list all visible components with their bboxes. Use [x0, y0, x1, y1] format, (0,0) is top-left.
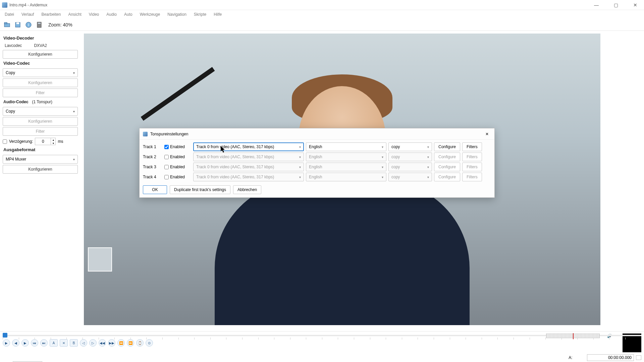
track-row: Track 2 EnabledTrack 0 from video (AAC, … — [143, 152, 491, 162]
track-codec-select[interactable]: copy▾ — [388, 153, 432, 161]
minimize-button[interactable]: ― — [590, 0, 603, 10]
dialog-cancel-button[interactable]: Abbrechen — [233, 185, 261, 194]
chevron-down-icon: ▾ — [382, 145, 383, 149]
track-label: Track 2 — [143, 155, 162, 159]
chevron-down-icon: ▾ — [73, 110, 75, 113]
menu-verlauf[interactable]: Verlauf — [18, 11, 37, 18]
save-icon[interactable] — [14, 21, 21, 28]
track-source-select[interactable]: Track 0 from video (AAC, Stereo, 317 kbp… — [193, 142, 304, 151]
dialog-ok-button[interactable]: OK — [143, 185, 167, 194]
track-configure-button[interactable]: Configure — [434, 142, 460, 151]
menu-navigation[interactable]: Navigation — [164, 11, 190, 18]
track-filters-button[interactable]: Filters — [462, 163, 482, 171]
track-configure-button[interactable]: Configure — [434, 153, 460, 161]
chevron-down-icon: ▾ — [382, 165, 383, 169]
section-video-codec: Video-Codec — [3, 61, 81, 66]
output-format-select[interactable]: MP4 Muxer▾ — [3, 155, 78, 164]
menu-skripte[interactable]: Skripte — [191, 11, 210, 18]
svg-text:i: i — [28, 22, 29, 27]
track-codec-select[interactable]: copy▾ — [388, 173, 432, 181]
track-row: Track 1 EnabledTrack 0 from video (AAC, … — [143, 142, 491, 152]
output-format-configure-button[interactable]: Konfigurieren — [3, 165, 78, 174]
delay-label: Verzögerung: — [9, 139, 33, 144]
track-source-select[interactable]: Track 0 from video (AAC, Stereo, 317 kbp… — [193, 163, 304, 171]
delay-checkbox[interactable] — [3, 139, 7, 144]
menu-auto[interactable]: Auto — [121, 11, 136, 18]
output-format-value: MP4 Muxer — [6, 157, 26, 162]
track-label: Track 1 — [143, 144, 162, 149]
zoom-label: Zoom: 40% — [48, 22, 72, 27]
maximize-button[interactable]: ▢ — [609, 0, 623, 10]
track-row: Track 4 EnabledTrack 0 from video (AAC, … — [143, 172, 491, 182]
left-sidebar: Video-Decoder Lavcodec DXVA2 Konfigurier… — [0, 31, 84, 331]
section-output-format: Ausgabeformat — [3, 147, 81, 152]
delay-unit: ms — [58, 139, 63, 144]
video-codec-select[interactable]: Copy▾ — [3, 68, 78, 77]
delay-value: 0 — [35, 138, 51, 145]
track-configure-button[interactable]: Configure — [434, 163, 460, 171]
mark-a-flag-icon[interactable] — [636, 355, 641, 360]
track-language-select[interactable]: English▾ — [306, 173, 386, 181]
video-codec-configure-button[interactable]: Konfigurieren — [3, 78, 78, 87]
close-button[interactable]: ✕ — [629, 0, 642, 10]
track-codec-select[interactable]: copy▾ — [388, 163, 432, 171]
open-icon[interactable] — [3, 21, 11, 28]
decoder-lav: Lavcodec — [5, 43, 22, 48]
menu-bearbeiten[interactable]: Bearbeiten — [38, 11, 64, 18]
transport-panel: ▶ ◀ ▶ ⏮ ⏭ A ✕ B ◁ ▷ ◀◀ ▶▶ ⏪ ⏩ ⌚ ⊙ 🔊 Zeit… — [0, 331, 644, 362]
menu-ansicht[interactable]: Ansicht — [65, 11, 85, 18]
chevron-down-icon: ▾ — [299, 175, 301, 179]
main-toolbar: i Zoom: 40% — [0, 19, 644, 31]
menu-hilfe[interactable]: Hilfe — [210, 11, 225, 18]
spinner-up-icon[interactable]: ▲ — [51, 138, 55, 141]
calculator-icon[interactable] — [36, 21, 43, 28]
track-source-select[interactable]: Track 0 from video (AAC, Stereo, 317 kbp… — [193, 173, 304, 181]
track-filters-button[interactable]: Filters — [462, 173, 482, 181]
track-language-select[interactable]: English▾ — [306, 153, 386, 161]
dialog-close-button[interactable]: ✕ — [483, 130, 491, 138]
vu-meter — [546, 334, 600, 338]
spinner-down-icon[interactable]: ▼ — [51, 141, 55, 145]
svg-rect-7 — [38, 23, 41, 24]
audio-codec-value: Copy — [6, 109, 15, 114]
menu-datei[interactable]: Datei — [1, 11, 17, 18]
timeline-playhead[interactable] — [3, 333, 7, 338]
track-enabled-checkbox[interactable] — [164, 175, 169, 179]
menu-werkzeuge[interactable]: Werkzeuge — [137, 11, 163, 18]
preview-mini — [623, 334, 641, 352]
video-codec-filter-button[interactable]: Filter — [3, 88, 78, 97]
track-enabled-checkbox[interactable] — [164, 165, 169, 169]
track-source-value: Track 0 from video (AAC, Stereo, 317 kbp… — [196, 175, 274, 179]
track-codec-value: copy — [391, 144, 400, 149]
audio-codec-filter-button[interactable]: Filter — [3, 127, 78, 136]
track-codec-value: copy — [391, 165, 400, 169]
track-language-select[interactable]: English▾ — [306, 163, 386, 171]
chevron-down-icon: ▾ — [299, 155, 301, 159]
section-audio-codec: Audio-Codec (1 Tonspur) — [3, 99, 81, 104]
video-codec-value: Copy — [6, 70, 15, 75]
info-icon[interactable]: i — [25, 21, 32, 28]
chevron-down-icon: ▾ — [427, 165, 429, 169]
audio-codec-configure-button[interactable]: Konfigurieren — [3, 117, 78, 126]
mark-a-label: A: — [569, 355, 585, 360]
track-source-value: Track 0 from video (AAC, Stereo, 317 kbp… — [196, 144, 274, 149]
menu-video[interactable]: Video — [86, 11, 102, 18]
track-language-select[interactable]: English▾ — [306, 142, 386, 151]
track-filters-button[interactable]: Filters — [462, 142, 482, 151]
track-language-value: English — [309, 155, 322, 159]
track-source-select[interactable]: Track 0 from video (AAC, Stereo, 317 kbp… — [193, 153, 304, 161]
chevron-down-icon: ▾ — [73, 158, 75, 161]
track-configure-button[interactable]: Configure — [434, 173, 460, 181]
track-enabled-checkbox[interactable] — [164, 145, 169, 149]
track-codec-select[interactable]: copy▾ — [388, 142, 432, 151]
decoder-configure-button[interactable]: Konfigurieren — [3, 50, 78, 59]
audio-codec-select[interactable]: Copy▾ — [3, 107, 78, 116]
chevron-down-icon: ▾ — [382, 155, 383, 159]
delay-spinner[interactable]: 0 ▲▼ — [35, 138, 56, 145]
menu-audio[interactable]: Audio — [103, 11, 120, 18]
track-language-value: English — [309, 175, 322, 179]
track-filters-button[interactable]: Filters — [462, 153, 482, 161]
track-enabled-checkbox[interactable] — [164, 155, 169, 159]
svg-rect-3 — [16, 22, 19, 24]
dialog-duplicate-button[interactable]: Duplicate first track's settings — [170, 185, 230, 194]
